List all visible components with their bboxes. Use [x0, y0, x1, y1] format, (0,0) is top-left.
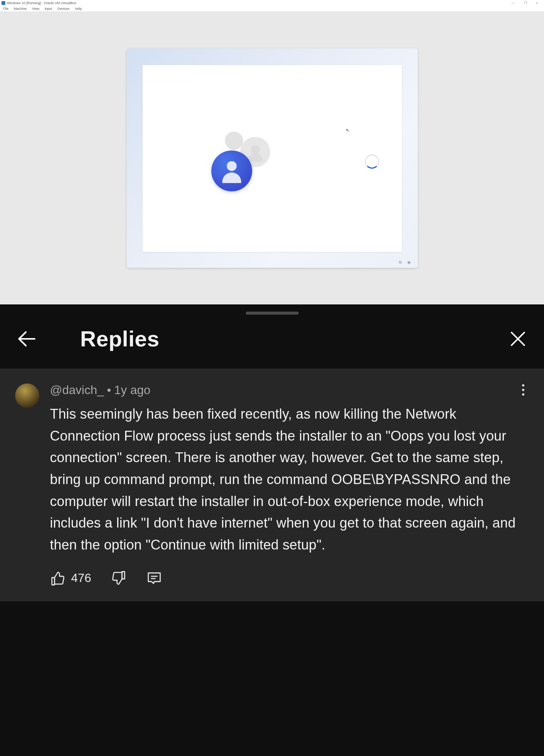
- comment-timestamp: 1y ago: [114, 383, 150, 397]
- tray-rec-icon: ◉: [407, 260, 411, 265]
- replies-drawer: Replies @davich_ • 1y ago Th: [0, 304, 544, 756]
- virtualbox-titlebar: Windows 10 [Running] - Oracle VM Virtual…: [0, 0, 544, 6]
- like-count: 476: [71, 571, 91, 585]
- comment-author[interactable]: @davich_: [50, 383, 104, 397]
- meta-separator: •: [107, 383, 111, 397]
- virtualbox-window: Windows 10 [Running] - Oracle VM Virtual…: [0, 0, 544, 304]
- app-root: Windows 10 [Running] - Oracle VM Virtual…: [0, 0, 544, 756]
- menu-view[interactable]: View: [32, 7, 39, 11]
- virtualbox-menubar: File Machine View Input Devices Help: [0, 6, 544, 11]
- close-drawer-button[interactable]: [507, 328, 529, 350]
- comment-body: @davich_ • 1y ago This seemingly has bee…: [50, 382, 529, 586]
- comment-actions: 476: [50, 570, 529, 586]
- tray-snap-icon: ⧉: [399, 260, 402, 265]
- avatar[interactable]: [15, 383, 39, 408]
- comment-more-button[interactable]: [518, 382, 529, 398]
- virtualbox-guest-display: ↖ ⧉ ◉: [0, 11, 544, 304]
- thumbs-up-icon: [50, 570, 66, 586]
- drawer-header: Replies: [0, 321, 544, 369]
- more-vertical-icon: [518, 382, 529, 398]
- drawer-title: Replies: [80, 326, 160, 351]
- video-thumbnail[interactable]: Windows 10 [Running] - Oracle VM Virtual…: [0, 0, 544, 304]
- close-button[interactable]: ×: [536, 1, 538, 5]
- minimize-button[interactable]: —: [511, 1, 515, 5]
- loading-spinner-icon: [365, 154, 379, 169]
- virtualbox-icon: [2, 1, 5, 5]
- comment-icon: [146, 570, 162, 586]
- windows-oobe-background: ↖ ⧉ ◉: [127, 48, 418, 268]
- drawer-grip-icon[interactable]: [246, 312, 299, 315]
- comment-text: This seemingly has been fixed recently, …: [50, 403, 529, 556]
- virtualbox-status-tray: ⧉ ◉: [399, 260, 411, 265]
- oobe-bubble-small: [225, 132, 243, 150]
- back-button[interactable]: [15, 327, 39, 351]
- reply-button[interactable]: [146, 570, 162, 586]
- oobe-user-avatar-icon: [211, 151, 252, 191]
- menu-devices[interactable]: Devices: [57, 7, 70, 11]
- window-controls: — ❐ ×: [511, 1, 544, 5]
- menu-help[interactable]: Help: [75, 7, 82, 11]
- windows-oobe-card: [143, 65, 402, 252]
- comment: @davich_ • 1y ago This seemingly has bee…: [0, 369, 544, 601]
- dislike-button[interactable]: [111, 570, 127, 586]
- comment-meta: @davich_ • 1y ago: [50, 382, 529, 398]
- like-button[interactable]: 476: [50, 570, 91, 586]
- menu-input[interactable]: Input: [45, 7, 52, 11]
- menu-file[interactable]: File: [3, 7, 9, 11]
- maximize-button[interactable]: ❐: [524, 1, 527, 5]
- cursor-icon: ↖: [346, 127, 350, 133]
- drawer-grip-zone[interactable]: [0, 305, 544, 321]
- menu-machine[interactable]: Machine: [14, 7, 27, 11]
- thumbs-down-icon: [111, 570, 127, 586]
- virtualbox-title: Windows 10 [Running] - Oracle VM Virtual…: [7, 1, 76, 5]
